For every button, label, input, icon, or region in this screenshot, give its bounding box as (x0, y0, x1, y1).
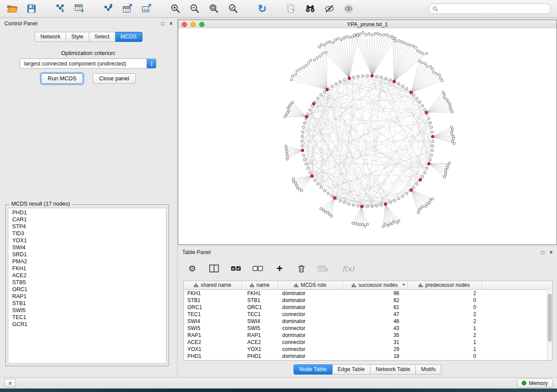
cell-name: SWI4 (242, 318, 278, 325)
cell-filler (481, 304, 552, 311)
column-header-successor-nodes[interactable]: successor nodes▾ (343, 281, 407, 290)
network-canvas[interactable] (178, 28, 557, 244)
mcds-result-item[interactable]: PHD1 (12, 209, 166, 216)
mcds-result-item[interactable]: CAR1 (12, 216, 166, 223)
control-panel-titlebar: Control Panel □ × (0, 18, 177, 29)
table-row[interactable]: STB1STB1dominator620 (184, 297, 552, 304)
status-menu-button[interactable]: ≡ (4, 379, 16, 387)
zoom-in-button[interactable] (168, 2, 183, 16)
table-row[interactable]: PHD1PHD1dominator180 (184, 353, 552, 360)
cell-filler (481, 318, 552, 325)
table-tabs: Node TableEdge TableNetwork TableMotifs (178, 364, 557, 375)
table-row[interactable]: RAP1RAP1dominator352 (184, 332, 552, 339)
search-input[interactable] (438, 6, 550, 12)
toggle-graphics-button[interactable] (322, 2, 337, 16)
table-toolbar: ⚙ + (186, 260, 358, 277)
export-network-icon (103, 3, 114, 14)
column-header-name[interactable]: name (242, 281, 278, 290)
float-panel-icon[interactable]: □ (161, 21, 164, 26)
zoom-selected-button[interactable] (225, 2, 241, 16)
apply-layout-button[interactable]: ↻ (254, 2, 270, 16)
close-panel-icon[interactable]: × (170, 21, 173, 26)
import-group (52, 2, 87, 16)
mcds-result-item[interactable]: YOX1 (12, 237, 166, 244)
table-row[interactable]: YOX1YOX1connector291 (184, 346, 552, 353)
apply-layout-icon: ↻ (258, 4, 266, 14)
column-header-mcds-role[interactable]: MCDS role (278, 281, 343, 290)
memory-button[interactable]: Memory (517, 378, 553, 388)
table-row[interactable]: ACE2ACE2connector311 (184, 339, 552, 346)
mcds-result-item[interactable]: PMA2 (12, 258, 166, 265)
table-scrollbar[interactable] (547, 289, 552, 360)
mcds-result-item[interactable]: RAP1 (12, 293, 166, 300)
mcds-result-item[interactable]: TEC1 (12, 314, 166, 321)
run-mcds-button[interactable]: Run MCDS (41, 73, 83, 84)
table-row[interactable]: TEC1TEC1connector472 (184, 311, 552, 318)
tab-network[interactable]: Network (35, 32, 66, 42)
delete-table-button[interactable] (317, 262, 330, 275)
tab-network-table[interactable]: Network Table (370, 364, 416, 375)
mcds-result-item[interactable]: SWI5 (12, 307, 166, 314)
cell-shared-name: FKH1 (184, 290, 242, 297)
mcds-result-item[interactable]: GCR1 (12, 321, 166, 328)
table-scrollbar-thumb[interactable] (548, 294, 552, 342)
tab-motifs[interactable]: Motifs (416, 364, 441, 375)
select-all-button[interactable] (229, 262, 242, 275)
delete-column-button[interactable] (295, 262, 308, 275)
column-header-predecessor-nodes[interactable]: predecessor nodes (407, 281, 481, 290)
table-row[interactable]: ORC1ORC1dominator610 (184, 304, 552, 311)
mcds-result-item[interactable]: ACE2 (12, 272, 166, 279)
mcds-result-item[interactable]: STB1 (12, 300, 166, 307)
import-network-button[interactable] (52, 2, 68, 16)
control-panel-tabs: NetworkStyleSelectMCDS (0, 32, 177, 42)
table-row[interactable]: SWI4SWI4dominator462 (184, 318, 552, 325)
export-network-button[interactable] (100, 2, 116, 16)
criterion-select[interactable]: largest connected component (undirected)… (20, 58, 156, 69)
tab-node-table[interactable]: Node Table (294, 364, 332, 375)
cell-successor-nodes: 46 (343, 318, 407, 325)
export-web-button[interactable] (283, 2, 299, 16)
cell-successor-nodes: 61 (343, 304, 407, 311)
table-row[interactable]: SWI5SWI5connector431 (184, 325, 552, 332)
mcds-result-item[interactable]: STB5 (12, 279, 166, 286)
import-table-button[interactable] (72, 2, 87, 16)
mcds-result-item[interactable]: SRD1 (12, 251, 166, 258)
mcds-result-item[interactable]: TID3 (12, 230, 166, 237)
desktop-wallpaper-strip (0, 389, 557, 392)
show-hide-button[interactable] (341, 2, 356, 16)
table-settings-button[interactable]: ⚙ (186, 262, 199, 275)
add-column-button[interactable]: + (273, 262, 286, 275)
float-table-panel-icon[interactable]: □ (541, 250, 544, 255)
open-session-button[interactable] (4, 2, 20, 16)
mcds-result-item[interactable]: ORC1 (12, 286, 166, 293)
zoom-out-button[interactable] (187, 2, 203, 16)
close-table-panel-icon[interactable]: × (550, 250, 553, 255)
deselect-all-button[interactable] (251, 262, 264, 275)
zoom-fit-button[interactable] (206, 2, 222, 16)
column-type-icon (419, 282, 423, 289)
tab-edge-table[interactable]: Edge Table (332, 364, 370, 375)
mcds-result-item[interactable]: FKH1 (12, 265, 166, 272)
tab-style[interactable]: Style (66, 32, 89, 42)
node-table: shared namenameMCDS rolesuccessor nodes▾… (183, 281, 553, 361)
table-row[interactable]: FKH1FKH1dominator962 (184, 290, 552, 297)
tab-select[interactable]: Select (89, 32, 115, 42)
close-panel-button[interactable]: Close panel (93, 73, 136, 84)
toggle-column-panel-button[interactable] (208, 262, 221, 275)
export-table-button[interactable] (120, 2, 135, 16)
column-header-shared-name[interactable]: shared name (184, 281, 242, 290)
cell-successor-nodes: 35 (343, 332, 407, 339)
tab-mcds[interactable]: MCDS (115, 32, 142, 42)
mcds-result-item[interactable]: SWI4 (12, 244, 166, 251)
cell-shared-name: ORC1 (184, 304, 242, 311)
function-builder-button[interactable]: f(x) (339, 262, 358, 275)
cell-predecessor-nodes: 0 (407, 297, 481, 304)
table-panel: Table Panel □ × ⚙ (178, 247, 557, 377)
search-network-button[interactable] (302, 2, 318, 16)
mcds-result-list[interactable]: PHD1CAR1STP4TID3YOX1SWI4SRD1PMA2FKH1ACE2… (8, 208, 166, 364)
mcds-result-item[interactable]: STP4 (12, 223, 166, 230)
memory-label: Memory (529, 380, 548, 386)
export-image-button[interactable] (139, 2, 155, 16)
select-all-icon (231, 265, 241, 272)
save-session-button[interactable] (24, 2, 39, 16)
